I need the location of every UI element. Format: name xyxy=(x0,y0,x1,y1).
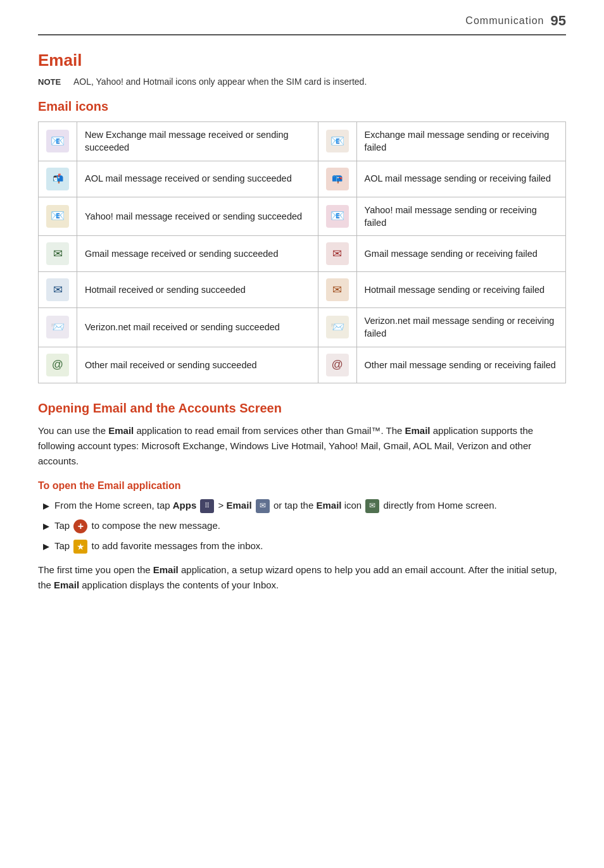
list-item: ▶ Tap + to compose the new message. xyxy=(38,518,566,533)
icon-desc-right: AOL mail message sending or receiving fa… xyxy=(356,161,565,197)
aol-ok-icon: 📬 xyxy=(46,168,69,190)
icon-desc-right: Other mail message sending or receiving … xyxy=(356,347,565,383)
bullet-text-3: Tap ★ to add favorite messages from the … xyxy=(54,538,263,554)
icon-cell-right: ✉ xyxy=(318,272,356,308)
icon-desc-left: Verizon.net mail received or sending suc… xyxy=(77,308,318,347)
icon-cell-right: 📪 xyxy=(318,161,356,197)
icon-desc-left: New Exchange mail message received or se… xyxy=(77,122,318,161)
icon-cell-right: 📧 xyxy=(318,122,356,161)
table-row: 📨 Verizon.net mail received or sending s… xyxy=(39,308,566,347)
hotmail-fail-icon: ✉ xyxy=(326,278,349,301)
icon-cell-left: 📨 xyxy=(39,308,77,347)
table-row: 📬 AOL mail message received or sending s… xyxy=(39,161,566,197)
page-number: 95 xyxy=(551,13,566,29)
to-open-email-title: To open the Email application xyxy=(38,480,566,492)
bullet-text-2: Tap + to compose the new message. xyxy=(54,518,220,533)
icon-desc-right: Verizon.net mail message sending or rece… xyxy=(356,308,565,347)
icon-desc-left: AOL mail message received or sending suc… xyxy=(77,161,318,197)
icon-desc-right: Gmail message sending or receiving faile… xyxy=(356,236,565,272)
email-icons-table: 📧 New Exchange mail message received or … xyxy=(38,121,566,383)
table-row: ✉ Hotmail received or sending succeeded … xyxy=(39,272,566,308)
compose-icon: + xyxy=(73,519,87,533)
note-block: NOTE AOL, Yahoo! and Hotmail icons only … xyxy=(38,77,566,87)
icon-cell-right: ✉ xyxy=(318,236,356,272)
yahoo-fail-icon: 📧 xyxy=(326,205,349,228)
gmail-fail-icon: ✉ xyxy=(326,242,349,265)
hotmail-ok-icon: ✉ xyxy=(46,278,69,301)
icon-desc-right: Yahoo! mail message sending or receiving… xyxy=(356,197,565,236)
icon-desc-right: Exchange mail message sending or receivi… xyxy=(356,122,565,161)
bullet-arrow-3: ▶ xyxy=(43,540,49,554)
bullet-arrow-2: ▶ xyxy=(43,520,49,533)
icon-cell-left: @ xyxy=(39,347,77,383)
other-fail-icon: @ xyxy=(326,354,349,376)
aol-fail-icon: 📪 xyxy=(326,168,349,190)
page-header: Communication 95 xyxy=(38,13,566,35)
page-container: Communication 95 Email NOTE AOL, Yahoo! … xyxy=(0,0,604,629)
exchange-ok-icon: 📧 xyxy=(46,130,69,152)
icon-desc-left: Gmail message received or sending succee… xyxy=(77,236,318,272)
icon-cell-left: 📧 xyxy=(39,197,77,236)
table-row: 📧 Yahoo! mail message received or sendin… xyxy=(39,197,566,236)
email-icons-subsection-title: Email icons xyxy=(38,99,566,114)
table-row: @ Other mail received or sending succeed… xyxy=(39,347,566,383)
note-text: AOL, Yahoo! and Hotmail icons only appea… xyxy=(73,77,367,87)
yahoo-ok-icon: 📧 xyxy=(46,205,69,228)
email-section-title: Email xyxy=(38,51,566,70)
icon-cell-right: @ xyxy=(318,347,356,383)
gmail-ok-icon: ✉ xyxy=(46,242,69,265)
opening-email-body1: You can use the Email application to rea… xyxy=(38,423,566,469)
icon-desc-right: Hotmail message sending or receiving fai… xyxy=(356,272,565,308)
exchange-fail-icon: 📧 xyxy=(326,130,349,152)
note-label: NOTE xyxy=(38,77,65,87)
icon-desc-left: Hotmail received or sending succeeded xyxy=(77,272,318,308)
list-item: ▶ From the Home screen, tap Apps ⠿ > Ema… xyxy=(38,498,566,513)
icon-cell-right: 📧 xyxy=(318,197,356,236)
bullet-text-1: From the Home screen, tap Apps ⠿ > Email… xyxy=(54,498,497,513)
email-icon-inline: ✉ xyxy=(256,499,270,513)
table-row: 📧 New Exchange mail message received or … xyxy=(39,122,566,161)
icon-desc-left: Other mail received or sending succeeded xyxy=(77,347,318,383)
other-ok-icon: @ xyxy=(46,354,69,376)
verizon-ok-icon: 📨 xyxy=(46,316,69,338)
icon-cell-left: 📧 xyxy=(39,122,77,161)
bullet-list: ▶ From the Home screen, tap Apps ⠿ > Ema… xyxy=(38,498,566,554)
verizon-fail-icon: 📨 xyxy=(326,316,349,338)
icon-cell-right: 📨 xyxy=(318,308,356,347)
icon-cell-left: ✉ xyxy=(39,236,77,272)
opening-email-body2: The first time you open the Email applic… xyxy=(38,562,566,593)
table-row: ✉ Gmail message received or sending succ… xyxy=(39,236,566,272)
chapter-title: Communication xyxy=(465,15,544,27)
list-item: ▶ Tap ★ to add favorite messages from th… xyxy=(38,538,566,554)
icon-desc-left: Yahoo! mail message received or sending … xyxy=(77,197,318,236)
email-small-icon-2: ✉ xyxy=(365,499,379,513)
icon-cell-left: ✉ xyxy=(39,272,77,308)
opening-email-title: Opening Email and the Accounts Screen xyxy=(38,401,566,416)
apps-icon: ⠿ xyxy=(200,499,214,513)
star-icon: ★ xyxy=(73,540,87,554)
bullet-arrow: ▶ xyxy=(43,500,49,513)
icon-cell-left: 📬 xyxy=(39,161,77,197)
